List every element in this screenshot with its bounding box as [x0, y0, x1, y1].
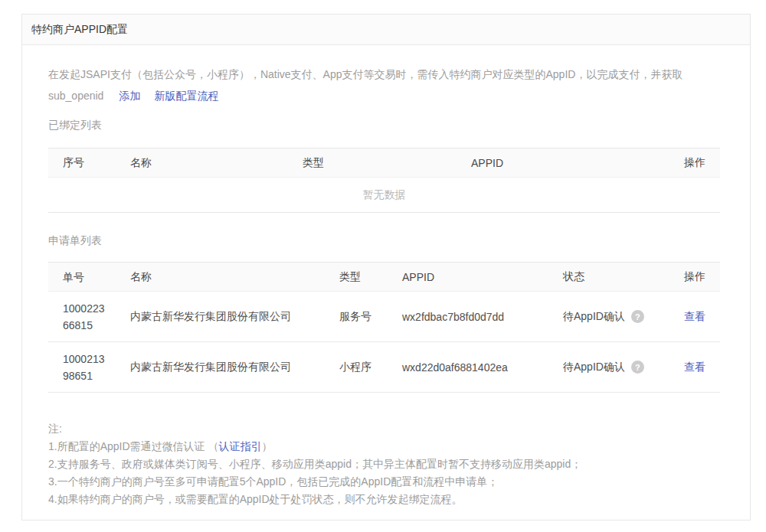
- empty-state-text: 暂无数据: [363, 188, 406, 202]
- note-1-text: 1.所配置的AppID需通过微信认证 （: [48, 440, 218, 452]
- bound-list-header-row: 序号 名称 类型 APPID 操作: [48, 149, 720, 178]
- table-row: 100022366815 内蒙古新华发行集团股份有限公司 服务号 wx2fdba…: [48, 292, 720, 342]
- col-header-action: 操作: [684, 156, 720, 170]
- intro-line1: 在发起JSAPI支付（包括公众号，小程序），Native支付、App支付等交易时…: [48, 64, 720, 85]
- application-list-section-title: 申请单列表: [48, 234, 720, 248]
- status-text: 待AppID确认: [563, 361, 625, 374]
- bound-list-table: 序号 名称 类型 APPID 操作 暂无数据: [48, 148, 720, 213]
- col-header-status: 状态: [563, 270, 684, 284]
- note-3: 3.一个特约商户的商户号至多可申请配置5个AppID，包括已完成的AppID配置…: [48, 473, 720, 491]
- view-link[interactable]: 查看: [684, 310, 705, 322]
- cell-action: 查看: [684, 310, 720, 324]
- certification-guide-link[interactable]: 认证指引: [218, 440, 261, 452]
- cell-appid: wx2fdbac7b8fd0d7dd: [402, 311, 563, 323]
- help-icon[interactable]: ?: [631, 310, 644, 323]
- application-list-header-row: 单号 名称 类型 APPID 状态 操作: [48, 263, 720, 292]
- col-header-order-no: 单号: [48, 269, 130, 286]
- cell-status: 待AppID确认 ?: [563, 361, 684, 374]
- footnotes: 注: 1.所配置的AppID需通过微信认证 （认证指引） 2.支持服务号、政府或…: [48, 420, 720, 508]
- cell-type: 小程序: [339, 361, 402, 374]
- cell-appid: wxd22d0af6881402ea: [402, 361, 563, 374]
- col-header-name: 名称: [130, 270, 339, 284]
- table-row: 100021398651 内蒙古新华发行集团股份有限公司 小程序 wxd22d0…: [48, 342, 720, 393]
- view-link[interactable]: 查看: [684, 361, 705, 373]
- note-1-suffix: ）: [261, 440, 272, 452]
- col-header-action: 操作: [684, 270, 720, 284]
- card-body: 在发起JSAPI支付（包括公众号，小程序），Native支付、App支付等交易时…: [22, 64, 750, 508]
- sub-openid-label: sub_openid: [48, 90, 103, 102]
- intro-text: 在发起JSAPI支付（包括公众号，小程序），Native支付、App支付等交易时…: [48, 64, 720, 106]
- col-header-appid: APPID: [402, 271, 563, 283]
- col-header-index: 序号: [48, 156, 130, 170]
- add-link[interactable]: 添加: [119, 90, 140, 102]
- application-list-table: 单号 名称 类型 APPID 状态 操作 100022366815 内蒙古新华发…: [48, 262, 720, 393]
- intro-line2: sub_openid添加新版配置流程: [48, 85, 720, 106]
- col-header-type: 类型: [339, 270, 402, 284]
- cell-status: 待AppID确认 ?: [563, 310, 684, 324]
- note-4: 4.如果特约商户的商户号，或需要配置的AppID处于处罚状态，则不允许发起绑定流…: [48, 491, 720, 508]
- cell-merchant-name: 内蒙古新华发行集团股份有限公司: [130, 310, 339, 324]
- cell-order-no: 100022366815: [48, 300, 130, 334]
- notes-label: 注:: [48, 420, 720, 438]
- help-icon[interactable]: ?: [631, 361, 644, 374]
- col-header-name: 名称: [130, 156, 303, 170]
- note-2: 2.支持服务号、政府或媒体类订阅号、小程序、移动应用类appid；其中异主体配置…: [48, 455, 720, 473]
- empty-state-row: 暂无数据: [48, 178, 720, 213]
- new-config-flow-link[interactable]: 新版配置流程: [154, 90, 218, 102]
- page-title: 特约商户APPID配置: [22, 15, 750, 45]
- cell-merchant-name: 内蒙古新华发行集团股份有限公司: [130, 361, 339, 374]
- cell-action: 查看: [684, 361, 720, 374]
- col-header-type: 类型: [303, 156, 471, 170]
- cell-order-no: 100021398651: [48, 351, 130, 384]
- cell-type: 服务号: [339, 310, 402, 324]
- appid-config-card: 特约商户APPID配置 在发起JSAPI支付（包括公众号，小程序），Native…: [21, 14, 751, 521]
- status-text: 待AppID确认: [563, 310, 625, 324]
- col-header-appid: APPID: [471, 157, 684, 169]
- note-1: 1.所配置的AppID需通过微信认证 （认证指引）: [48, 438, 720, 455]
- bound-list-section-title: 已绑定列表: [48, 119, 720, 132]
